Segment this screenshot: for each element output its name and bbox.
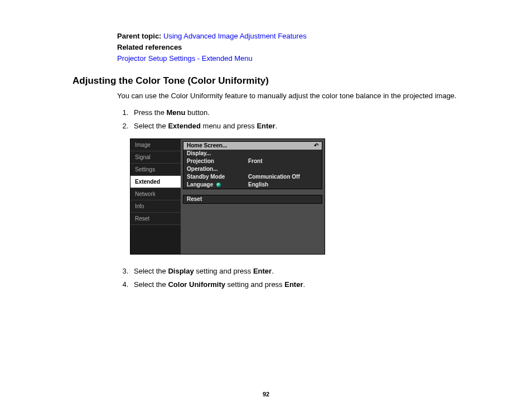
related-references-link[interactable]: Projector Setup Settings - Extended Menu [117,53,465,64]
step-4: Select the Color Uniformity setting and … [130,278,465,291]
osd-row: Operation... [183,165,322,173]
osd-nav-tab: Reset [130,213,181,225]
step-2: Select the Extended menu and press Enter… [130,119,465,133]
osd-reset-row: Reset [183,195,322,203]
osd-settings-panel: Home Screen...↶Display...ProjectionFront… [183,141,322,189]
osd-nav-tab: Image [130,139,181,151]
osd-nav-tab: Extended [130,176,181,188]
osd-menu: ImageSignalSettingsExtendedNetworkInfoRe… [130,138,325,255]
osd-row-value: English [248,182,318,188]
osd-reset-label: Reset [187,197,248,202]
step-text: Select the [134,267,168,275]
document-page: Parent topic: Using Advanced Image Adjus… [0,0,532,412]
osd-nav-tab: Settings [130,164,181,176]
intro-paragraph: You can use the Color Uniformity feature… [117,91,465,101]
osd-row-label: Standby Mode [187,174,248,180]
parent-topic-line: Parent topic: Using Advanced Image Adjus… [117,31,465,42]
osd-nav-tab: Signal [130,151,181,164]
step-text: . [275,122,278,130]
osd-row: LanguageEnglish [183,181,322,189]
step-bold: Display [168,267,194,275]
return-icon: ↶ [314,143,318,148]
osd-nav-tab: Info [130,200,181,213]
step-text: . [303,280,305,289]
step-text: setting and press [194,267,253,275]
step-bold: Color Uniformity [168,280,225,289]
osd-nav-tab: Network [130,188,181,200]
step-text: menu and press [201,122,257,130]
step-bold: Enter [257,122,275,130]
step-text: Select the [134,122,168,130]
parent-topic-link[interactable]: Using Advanced Image Adjustment Features [163,32,307,40]
osd-row-value: Front [248,159,318,164]
osd-row-label: Language [187,182,248,188]
osd-row: Standby ModeCommunication Off [183,173,322,181]
step-list: Press the Menu button. Select the Extend… [117,106,465,133]
osd-reset-panel: Reset [183,195,322,204]
page-number: 92 [0,391,532,397]
osd-row-label: Home Screen... [187,143,248,148]
osd-row: ProjectionFront [183,157,322,165]
step-list-continued: Select the Display setting and press Ent… [117,265,465,291]
osd-nav: ImageSignalSettingsExtendedNetworkInfoRe… [130,139,181,254]
osd-row: Home Screen...↶ [183,142,322,150]
section-title: Adjusting the Color Tone (Color Uniformi… [72,75,465,87]
step-text: Select the [134,280,168,289]
step-bold: Enter [253,267,272,275]
osd-row-label: Display... [187,151,248,156]
related-references-label: Related references [117,42,465,53]
osd-row-label: Operation... [187,166,248,172]
step-text: Press the [134,108,167,117]
step-bold: Enter [284,280,303,289]
step-text: button. [185,108,209,117]
parent-topic-label: Parent topic: [117,32,161,40]
osd-screenshot: ImageSignalSettingsExtendedNetworkInfoRe… [130,138,465,255]
globe-icon [216,183,221,187]
step-bold: Menu [167,108,186,117]
meta-block: Parent topic: Using Advanced Image Adjus… [117,31,465,64]
step-bold: Extended [168,122,201,130]
step-text: . [272,267,274,275]
step-text: setting and press [225,280,284,289]
step-3: Select the Display setting and press Ent… [130,265,465,278]
osd-row: Display... [183,150,322,157]
osd-body: Home Screen...↶Display...ProjectionFront… [181,139,325,254]
osd-row-value: Communication Off [248,174,318,180]
osd-row-label: Projection [187,159,248,164]
step-1: Press the Menu button. [130,106,465,119]
